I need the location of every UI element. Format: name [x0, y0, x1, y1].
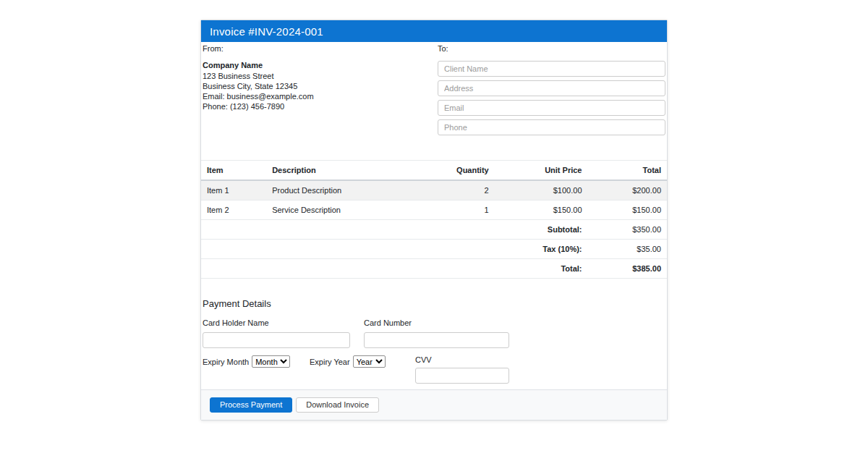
tax-value: $35.00 — [588, 240, 668, 259]
cvv-label: CVV — [415, 355, 509, 364]
company-email: Email: business@example.com — [203, 91, 420, 101]
expiry-year-group: Expiry Year Year — [310, 355, 415, 368]
total-row: Total: $385.00 — [201, 259, 667, 279]
client-email-input[interactable] — [438, 100, 665, 116]
card-number-group: Card Number — [364, 318, 509, 348]
expiry-month-select[interactable]: Month — [252, 355, 290, 368]
company-phone: Phone: (123) 456-7890 — [203, 101, 420, 111]
cvv-input[interactable] — [415, 368, 509, 384]
unit-price-cell: $100.00 — [495, 180, 588, 200]
card-holder-group: Card Holder Name — [203, 318, 350, 348]
items-table-header-row: Item Description Quantity Unit Price Tot… — [201, 161, 667, 181]
table-row: Item 1 Product Description 2 $100.00 $20… — [201, 180, 667, 200]
from-section: From: Company Name 123 Business Street B… — [203, 44, 420, 139]
company-name: Company Name — [203, 61, 420, 69]
payment-section: Payment Details Card Holder Name Card Nu… — [201, 279, 667, 389]
item-cell: Item 2 — [201, 200, 266, 220]
process-payment-button[interactable]: Process Payment — [210, 397, 292, 413]
subtotal-value: $350.00 — [588, 220, 668, 240]
expiry-year-select[interactable]: Year — [353, 355, 386, 368]
description-cell: Service Description — [266, 200, 420, 220]
parties-section: From: Company Name 123 Business Street B… — [201, 42, 667, 139]
column-header-description: Description — [266, 161, 420, 181]
expiry-month-label: Expiry Month — [203, 358, 249, 366]
tax-label: Tax (10%): — [201, 240, 588, 259]
column-header-item: Item — [201, 161, 266, 181]
to-label: To: — [438, 44, 665, 53]
table-row: Item 2 Service Description 1 $150.00 $15… — [201, 200, 667, 220]
expiry-year-label: Expiry Year — [310, 358, 350, 366]
total-value: $385.00 — [588, 259, 668, 279]
company-city: Business City, State 12345 — [203, 81, 420, 91]
quantity-cell: 2 — [420, 180, 495, 200]
card-fields-row: Card Holder Name Card Number — [203, 318, 665, 348]
invoice-footer: Process Payment Download Invoice — [201, 389, 667, 420]
invoice-title: Invoice #INV-2024-001 — [210, 25, 323, 38]
column-header-quantity: Quantity — [420, 161, 495, 181]
quantity-cell: 1 — [420, 200, 495, 220]
card-holder-input[interactable] — [203, 332, 350, 348]
client-name-input[interactable] — [438, 61, 665, 77]
tax-row: Tax (10%): $35.00 — [201, 240, 667, 259]
card-number-label: Card Number — [364, 318, 509, 327]
download-invoice-button[interactable]: Download Invoice — [296, 397, 379, 413]
from-label: From: — [203, 44, 420, 53]
description-cell: Product Description — [266, 180, 420, 200]
item-cell: Item 1 — [201, 180, 266, 200]
invoice-card: Invoice #INV-2024-001 From: Company Name… — [200, 20, 668, 421]
unit-price-cell: $150.00 — [495, 200, 588, 220]
column-header-total: Total — [588, 161, 668, 181]
cvv-group: CVV — [415, 355, 509, 384]
column-header-unit-price: Unit Price — [495, 161, 588, 181]
expiry-row: Expiry Month Month Expiry Year Year CVV — [203, 355, 665, 384]
expiry-month-group: Expiry Month Month — [203, 355, 310, 368]
to-section: To: — [438, 44, 665, 139]
company-street: 123 Business Street — [203, 71, 420, 81]
total-label: Total: — [201, 259, 588, 279]
client-address-input[interactable] — [438, 80, 665, 96]
total-cell: $200.00 — [588, 180, 668, 200]
payment-details-heading: Payment Details — [203, 298, 665, 309]
card-number-input[interactable] — [364, 332, 509, 348]
subtotal-label: Subtotal: — [201, 220, 588, 240]
subtotal-row: Subtotal: $350.00 — [201, 220, 667, 240]
total-cell: $150.00 — [588, 200, 668, 220]
invoice-header: Invoice #INV-2024-001 — [201, 20, 667, 42]
items-table: Item Description Quantity Unit Price Tot… — [201, 160, 667, 279]
card-holder-label: Card Holder Name — [203, 318, 350, 327]
client-phone-input[interactable] — [438, 119, 665, 135]
